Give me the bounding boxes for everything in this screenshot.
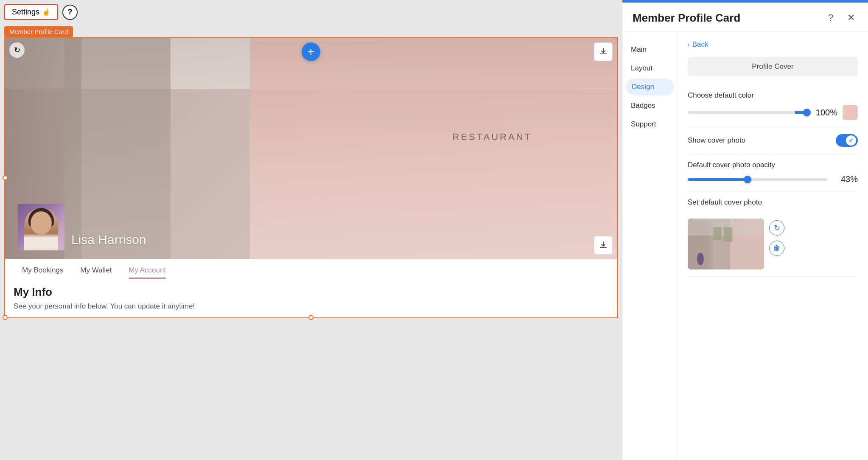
toggle-row: Show cover photo ✓ <box>688 134 858 147</box>
opacity-slider-track[interactable] <box>688 178 827 181</box>
show-cover-row: Show cover photo ✓ <box>688 127 858 154</box>
tab-my-account[interactable]: My Account <box>129 266 166 279</box>
add-button[interactable]: + <box>302 42 320 61</box>
help-button[interactable]: ? <box>62 5 78 20</box>
panel-header: Member Profile Card ? ✕ <box>622 3 868 32</box>
color-settings-row: Choose default color 100% <box>688 84 858 127</box>
opacity-label: Default cover photo opacity <box>688 161 858 169</box>
my-info-section: My Info See your personal info below. Yo… <box>5 279 617 317</box>
svg-point-9 <box>698 248 703 253</box>
color-slider-row: 100% <box>688 105 858 120</box>
settings-label: Settings <box>12 8 39 17</box>
panel-title: Member Profile Card <box>633 11 740 25</box>
toolbar: Settings ☝ ? <box>4 4 78 20</box>
section-breadcrumb: Profile Cover <box>688 57 858 76</box>
opacity-slider-thumb[interactable] <box>744 176 751 183</box>
cover-thumb-svg <box>688 219 764 269</box>
download-icon-top <box>599 48 608 56</box>
widget-label-text: Member Profile Card <box>9 28 68 35</box>
nav-item-support[interactable]: Support <box>622 115 677 134</box>
tab-my-wallet[interactable]: My Wallet <box>80 266 112 279</box>
cursor-icon: ☝ <box>42 8 50 16</box>
avatar-container: Lisa Harrison <box>18 204 146 250</box>
widget-label-badge: Member Profile Card <box>4 26 73 37</box>
download-icon-bottom <box>599 241 608 250</box>
resize-handle-bottom-center[interactable] <box>308 315 314 320</box>
building-pink <box>250 38 617 259</box>
svg-point-8 <box>697 252 704 265</box>
back-chevron-icon: ‹ <box>688 41 690 48</box>
panel-close-button[interactable]: ✕ <box>844 11 858 25</box>
avatar <box>18 204 64 250</box>
help-label: ? <box>68 8 73 17</box>
set-cover-row: Set default cover photo <box>688 191 858 277</box>
right-panel: Member Profile Card ? ✕ Main Layout Desi… <box>622 0 868 460</box>
back-button[interactable]: ‹ Back <box>688 40 858 49</box>
resize-handle-bottom-left[interactable] <box>3 315 8 320</box>
tabs-section: My Bookings My Wallet My Account <box>5 259 617 279</box>
tabs-row: My Bookings My Wallet My Account <box>14 259 608 279</box>
opacity-slider-row: 43% <box>688 174 858 184</box>
avatar-person <box>24 208 58 250</box>
panel-content: ‹ Back Profile Cover Choose default colo… <box>678 32 868 460</box>
opacity-value: 43% <box>832 174 858 184</box>
left-panel: Settings ☝ ? Member Profile Card RESTAUR… <box>0 0 622 460</box>
cover-thumbnail[interactable] <box>688 219 764 269</box>
show-cover-toggle[interactable]: ✓ <box>836 134 858 147</box>
panel-header-icons: ? ✕ <box>824 11 858 25</box>
nav-item-layout[interactable]: Layout <box>622 59 677 78</box>
tab-my-bookings[interactable]: My Bookings <box>22 266 63 279</box>
color-label: Choose default color <box>688 91 858 100</box>
cover-photo: RESTAURANT + ↻ Lisa Harri <box>5 38 617 259</box>
refresh-icon[interactable]: ↻ <box>9 42 25 58</box>
panel-help-button[interactable]: ? <box>824 11 837 25</box>
show-cover-label: Show cover photo <box>688 136 745 145</box>
download-button-top[interactable] <box>594 42 613 61</box>
username: Lisa Harrison <box>71 233 146 247</box>
nav-item-main[interactable]: Main <box>622 40 677 59</box>
color-slider-track[interactable] <box>688 111 807 114</box>
nav-item-badges[interactable]: Badges <box>622 96 677 115</box>
profile-card-widget: RESTAURANT + ↻ Lisa Harri <box>4 37 618 318</box>
cover-delete-button[interactable]: 🗑 <box>769 241 784 256</box>
my-info-title: My Info <box>14 286 608 299</box>
breadcrumb-text: Profile Cover <box>752 62 793 70</box>
cover-thumb-row: ↻ 🗑 <box>688 212 858 269</box>
back-label: Back <box>692 40 708 49</box>
opacity-row: Default cover photo opacity 43% <box>688 154 858 191</box>
cover-thumb-image <box>688 219 764 269</box>
restaurant-sign: RESTAURANT <box>453 132 532 143</box>
cover-thumb-actions: ↻ 🗑 <box>769 219 784 256</box>
panel-nav: Main Layout Design Badges Support <box>622 32 678 460</box>
nav-item-design[interactable]: Design <box>626 79 674 95</box>
settings-button[interactable]: Settings ☝ <box>4 4 58 20</box>
color-slider-thumb[interactable] <box>803 109 811 116</box>
set-cover-label: Set default cover photo <box>688 198 858 207</box>
toggle-knob: ✓ <box>846 135 856 146</box>
color-slider-value: 100% <box>812 108 837 118</box>
panel-body: Main Layout Design Badges Support ‹ Back <box>622 32 868 460</box>
my-info-subtitle: See your personal info below. You can up… <box>14 302 608 311</box>
color-swatch[interactable] <box>843 105 858 120</box>
cover-refresh-button[interactable]: ↻ <box>769 220 784 236</box>
resize-handle-left[interactable] <box>3 175 8 180</box>
avatar-face <box>31 211 52 235</box>
download-button-bottom[interactable] <box>594 236 613 255</box>
